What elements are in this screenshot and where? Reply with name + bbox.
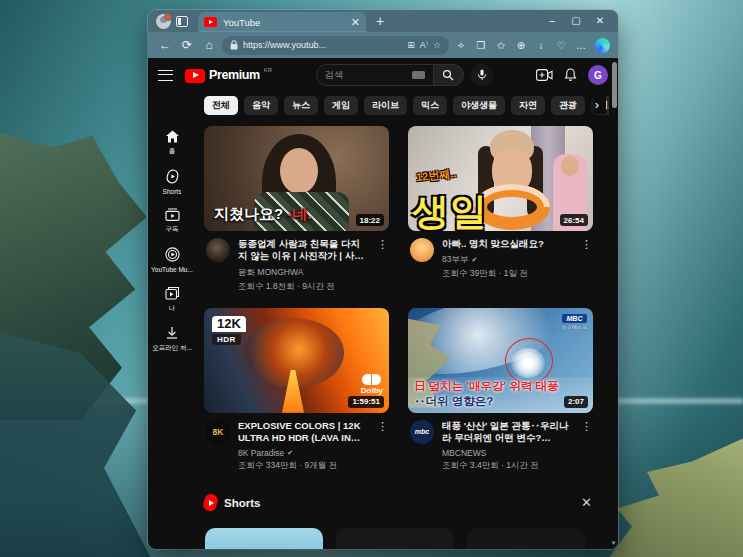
chips-scroll-right-icon[interactable]: ›: [588, 96, 606, 114]
video-title[interactable]: 태풍 '산산' 일본 관통‥우리나라 무더위엔 어떤 변수? (2024.08.…: [442, 420, 573, 445]
refresh-icon[interactable]: ⟳: [178, 38, 196, 52]
youtube-premium-logo[interactable]: Premium KR: [185, 68, 272, 83]
sidebar-item-home[interactable]: 홈: [148, 130, 196, 156]
thumb1-face: [280, 148, 318, 194]
channel-avatar[interactable]: 8K: [206, 420, 230, 444]
video-info-3: 8K EXPLOSIVE COLORS | 12K ULTRA HD HDR (…: [204, 413, 389, 473]
video-title[interactable]: 동종업계 사람과 친목을 다지지 않는 이유 | 사진작가 | 사진업계 | 스…: [238, 238, 369, 263]
tab-close-icon[interactable]: ✕: [351, 17, 360, 28]
duration-badge: 1:59:51: [348, 396, 384, 408]
close-button[interactable]: ✕: [588, 10, 612, 32]
channel-name[interactable]: MBCNEWS: [442, 448, 573, 458]
downloads-icon[interactable]: ↓: [533, 40, 549, 51]
voice-search-button[interactable]: [471, 64, 493, 86]
youtube-music-icon: [165, 247, 180, 262]
logo-wordmark: Premium: [209, 68, 260, 82]
chip-mixes[interactable]: 믹스: [413, 96, 447, 115]
video-thumbnail-4[interactable]: MBC 뉴스데스크 日 덮치는 '매우강' 위력 태풍 ‥더위 영향은? 2:0…: [408, 308, 593, 413]
thumb2-caption-small: 12번째..: [415, 166, 457, 185]
chip-news[interactable]: 뉴스: [284, 96, 318, 115]
browser-tab[interactable]: YouTube ✕: [198, 12, 366, 32]
read-aloud-icon[interactable]: A⁾: [420, 40, 428, 50]
video-title[interactable]: EXPLOSIVE COLORS | 12K ULTRA HD HDR (LAV…: [238, 420, 369, 445]
you-icon: [165, 286, 180, 300]
browser-toolbar: ← ⟳ ⌂ https://www.youtub... ⊞ A⁾ ☆ ✧ ❒ ✩…: [148, 32, 618, 58]
channel-avatar[interactable]: [206, 238, 230, 262]
video-menu-icon[interactable]: ⋮: [377, 238, 387, 293]
video-title[interactable]: 아빠.. 명치 맞으실래요?: [442, 238, 573, 250]
sidebar-item-subscriptions[interactable]: 구독: [148, 208, 196, 234]
chip-wildlife[interactable]: 야생생물: [453, 96, 505, 115]
duration-badge: 18:22: [356, 214, 384, 226]
chip-all[interactable]: 전체: [204, 96, 238, 115]
browser-titlebar: YouTube ✕ + – ▢ ✕: [148, 10, 618, 32]
split-hub-icon[interactable]: ⊞: [407, 40, 415, 50]
video-thumbnail-1[interactable]: 지쳤나요? -네. 18:22: [204, 126, 389, 231]
search-area: 검색: [316, 64, 493, 86]
channel-name[interactable]: 83부부✔: [442, 254, 573, 266]
shorts-thumbnail[interactable]: [205, 528, 323, 549]
collections-icon[interactable]: ⊕: [513, 40, 529, 51]
search-icon: [442, 69, 454, 81]
keyboard-icon[interactable]: [412, 71, 425, 79]
home-icon[interactable]: ⌂: [200, 38, 218, 52]
browser-profile-avatar[interactable]: [156, 14, 171, 29]
page-scrollbar[interactable]: ▾: [609, 58, 618, 549]
mini-guide: 홈 Shorts 구독 YouTube Mu... 나 오프라인 저...: [148, 118, 196, 549]
chip-nature[interactable]: 자연: [511, 96, 545, 115]
chip-music[interactable]: 음악: [244, 96, 278, 115]
video-thumbnail-3[interactable]: 12K HDR Dolby 1:59:51: [204, 308, 389, 413]
minimize-button[interactable]: –: [540, 10, 564, 32]
favorite-star-icon[interactable]: ☆: [433, 40, 441, 50]
tab-actions-icon[interactable]: [176, 16, 188, 27]
search-input[interactable]: 검색: [316, 64, 434, 86]
video-meta: 조회수 3.4만회 · 1시간 전: [442, 460, 573, 472]
shorts-thumbnails-row: [205, 528, 585, 549]
video-menu-icon[interactable]: ⋮: [581, 238, 591, 280]
copilot-icon[interactable]: [595, 38, 610, 53]
scrollbar-thumb[interactable]: [612, 62, 617, 108]
subscriptions-icon: [165, 208, 180, 221]
notifications-bell-icon[interactable]: [564, 68, 577, 82]
guide-menu-icon[interactable]: [158, 70, 173, 81]
thumb3-hdr-badge: HDR: [212, 334, 241, 345]
chip-live[interactable]: 라이브: [364, 96, 407, 115]
sidebar-item-you[interactable]: 나: [148, 286, 196, 313]
thumb2-face2: [561, 156, 579, 176]
tab-title: YouTube: [223, 17, 345, 28]
channel-avatar[interactable]: mbc: [410, 420, 434, 444]
maximize-button[interactable]: ▢: [564, 10, 588, 32]
shorts-thumbnail[interactable]: [467, 528, 585, 549]
settings-more-icon[interactable]: …: [573, 40, 589, 51]
create-icon[interactable]: [536, 69, 553, 81]
browser-essentials-icon[interactable]: ♡: [553, 40, 569, 51]
home-icon: [165, 130, 180, 143]
favorites-icon[interactable]: ✩: [493, 40, 509, 51]
video-meta: 조회수 39만회 · 1일 전: [442, 268, 573, 280]
back-icon[interactable]: ←: [156, 38, 174, 52]
chip-gaming[interactable]: 게임: [324, 96, 358, 115]
account-avatar[interactable]: G: [588, 65, 608, 85]
sidebar-item-offline[interactable]: 오프라인 저...: [148, 326, 196, 353]
video-thumbnail-2[interactable]: 12번째.. 생일 26:54: [408, 126, 593, 231]
logo-region: KR: [264, 67, 272, 73]
sidebar-item-shorts[interactable]: Shorts: [148, 169, 196, 195]
discover-icon[interactable]: ✧: [453, 40, 469, 51]
shorts-thumbnail[interactable]: [336, 528, 454, 549]
new-tab-button[interactable]: +: [376, 14, 384, 28]
channel-avatar[interactable]: [410, 238, 434, 262]
youtube-play-icon: [185, 69, 205, 83]
search-button[interactable]: [434, 64, 464, 86]
channel-name[interactable]: 8K Paradise✔: [238, 448, 369, 458]
chip-tourism[interactable]: 관광: [551, 96, 585, 115]
lock-icon: [230, 40, 238, 50]
video-card-3: 12K HDR Dolby 1:59:51 8K EXPLOSIVE COLOR…: [204, 308, 389, 473]
shorts-shelf-close-icon[interactable]: ✕: [581, 495, 592, 510]
video-menu-icon[interactable]: ⋮: [581, 420, 591, 473]
video-menu-icon[interactable]: ⋮: [377, 420, 387, 473]
sidebar-item-youtube-music[interactable]: YouTube Mu...: [148, 247, 196, 273]
address-bar[interactable]: https://www.youtub... ⊞ A⁾ ☆: [222, 36, 449, 55]
split-screen-icon[interactable]: ❒: [473, 40, 489, 51]
channel-name[interactable]: 몽화 MONGHWA: [238, 267, 369, 279]
video-grid: 지쳤나요? -네. 18:22 동종업계 사람과 친목을 다지지 않는 이유 |…: [204, 126, 608, 472]
